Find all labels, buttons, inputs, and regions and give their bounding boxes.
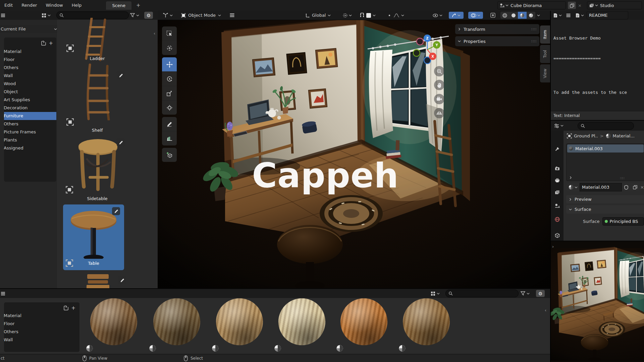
- navigation-gizmo[interactable]: Z Y X: [412, 34, 443, 65]
- tab-render-properties[interactable]: [553, 164, 561, 172]
- catalog-item-plants[interactable]: Plants: [4, 136, 56, 144]
- asset-tile-sidetable[interactable]: Sidetable: [64, 136, 131, 203]
- region-collapse-arrow[interactable]: ‹: [545, 308, 546, 313]
- editor-type-dropdown[interactable]: [163, 11, 173, 20]
- shading-solid-button[interactable]: [509, 12, 518, 19]
- catalog-item-assigned[interactable]: Assigned: [4, 144, 56, 152]
- panel-transform[interactable]: Transform ∷∷: [455, 24, 539, 34]
- tool-move[interactable]: [162, 57, 177, 72]
- camera-view-button[interactable]: [434, 94, 444, 104]
- asset-source-dropdown[interactable]: Current File: [0, 25, 57, 33]
- tool-measure[interactable]: [162, 131, 177, 145]
- panel-properties[interactable]: Properties ∷∷: [455, 36, 539, 46]
- mode-dropdown[interactable]: Object Mode: [181, 11, 221, 20]
- show-overlays-dropdown[interactable]: [468, 12, 483, 19]
- edit-asset-button[interactable]: [117, 138, 125, 146]
- show-gizmo-dropdown[interactable]: [449, 12, 464, 19]
- asset-tile-wood5[interactable]: Wood 5: [333, 296, 395, 355]
- filter-dropdown[interactable]: [130, 13, 139, 18]
- expand-icon[interactable]: [570, 176, 572, 179]
- tool-annotate[interactable]: [162, 117, 177, 131]
- tab-item[interactable]: Item: [540, 25, 550, 44]
- edit-asset-button[interactable]: [117, 71, 125, 79]
- shading-wireframe-button[interactable]: [500, 12, 509, 19]
- gizmo-z-axis[interactable]: Z: [424, 35, 431, 42]
- catalog-item-decoration[interactable]: Decoration: [4, 104, 56, 112]
- properties-search-input[interactable]: [578, 122, 634, 130]
- tab-scene[interactable]: Scene: [106, 1, 131, 10]
- catalog-item-art-supplies[interactable]: Art Supplies: [4, 96, 56, 104]
- tab-object-properties[interactable]: [553, 231, 561, 239]
- falloff-curve-icon[interactable]: [393, 13, 399, 17]
- tab-world-properties[interactable]: [553, 215, 561, 223]
- surface-panel-header[interactable]: Surface: [566, 205, 644, 214]
- material-name-field[interactable]: Material.003: [580, 183, 622, 191]
- tool-rotate[interactable]: [162, 72, 177, 86]
- catalog-item-furniture[interactable]: Furniture: [4, 112, 56, 120]
- new-catalog-icon[interactable]: [63, 305, 69, 311]
- catalog-item-picture-frames[interactable]: Picture Frames: [4, 128, 56, 136]
- chevron-down-icon[interactable]: [537, 14, 540, 16]
- viewport-3d-secondary[interactable]: ›: [551, 241, 644, 362]
- tab-view[interactable]: View: [540, 64, 550, 82]
- material-slot-selected[interactable]: Material.003: [567, 144, 644, 153]
- zoom-view-button[interactable]: [434, 66, 444, 76]
- tool-add-cube[interactable]: [162, 148, 177, 162]
- text-name-field[interactable]: README: [587, 11, 628, 19]
- filter-dropdown[interactable]: [521, 291, 530, 296]
- asset-tile-chair-cut[interactable]: [64, 273, 131, 288]
- snap-target-icon[interactable]: [366, 13, 371, 18]
- menu-window[interactable]: Window: [41, 0, 67, 11]
- tool-scale[interactable]: [162, 86, 177, 101]
- scene-selector[interactable]: Cube Diorama: [497, 1, 566, 9]
- fake-user-button[interactable]: [622, 183, 631, 191]
- menu-edit[interactable]: Edit: [0, 0, 17, 11]
- asset-tile-table-selected[interactable]: Table: [63, 204, 124, 270]
- editor-type-dropdown[interactable]: [553, 13, 562, 18]
- editor-type-dropdown[interactable]: [554, 123, 564, 128]
- view-layer-selector[interactable]: Studio: [587, 1, 642, 9]
- catalog-item-material[interactable]: Material: [4, 48, 56, 56]
- asset-tile-wood1[interactable]: Wood 1: [83, 296, 145, 355]
- shading-rendered-button[interactable]: [527, 12, 535, 19]
- catalog-item-wall[interactable]: Wall: [4, 336, 79, 344]
- catalog-item-others[interactable]: Others: [4, 64, 56, 72]
- tab-tool-properties[interactable]: [553, 145, 561, 153]
- filter-settings-button[interactable]: ⚙: [144, 12, 153, 19]
- catalog-item-others[interactable]: Others: [4, 328, 79, 336]
- breadcrumb-object[interactable]: Ground Pl..: [574, 133, 598, 138]
- unlink-material-button[interactable]: ×: [640, 185, 644, 190]
- tab-viewlayer-properties[interactable]: [553, 188, 561, 196]
- display-mode-dropdown[interactable]: [42, 13, 51, 18]
- catalog-item-wall[interactable]: Wall: [4, 72, 56, 80]
- text-datablock-dropdown[interactable]: [576, 13, 584, 18]
- tab-tool[interactable]: Tool: [540, 45, 550, 63]
- xray-toggle-icon[interactable]: [490, 13, 495, 18]
- viewport-3d[interactable]: Object Mode Global: [158, 11, 550, 288]
- region-expand-arrow[interactable]: ›: [552, 244, 554, 249]
- catalog-item-floor[interactable]: Floor: [4, 320, 79, 328]
- tool-transform[interactable]: [162, 101, 177, 115]
- text-content[interactable]: Asset Browser Demo ================== To…: [551, 20, 644, 112]
- new-catalog-icon[interactable]: [41, 41, 47, 46]
- catalog-item-others-2[interactable]: Others: [4, 120, 56, 128]
- region-collapse-arrow[interactable]: ‹: [154, 31, 155, 36]
- add-catalog-button[interactable]: +: [49, 40, 53, 46]
- pivot-point-dropdown[interactable]: [343, 11, 352, 20]
- list-grip[interactable]: ∷∷: [620, 176, 624, 180]
- catalog-item-wood[interactable]: Wood: [4, 80, 56, 88]
- gizmo-y-axis[interactable]: Y: [433, 41, 440, 49]
- asset-tile-wood6[interactable]: Wood 6: [395, 296, 458, 355]
- material-browse-dropdown[interactable]: [566, 183, 580, 191]
- panel-grip[interactable]: ∷∷: [531, 27, 537, 32]
- asset-tile-shelf[interactable]: Shelf: [64, 62, 131, 134]
- snap-toggle-icon[interactable]: [360, 13, 365, 18]
- catalog-item-object[interactable]: Object: [4, 88, 56, 96]
- filter-settings-button[interactable]: ⚙: [536, 290, 545, 297]
- catalog-item-floor[interactable]: Floor: [4, 56, 56, 64]
- asset-tile-wood4[interactable]: Wood 4: [271, 296, 333, 355]
- duplicate-material-button[interactable]: [631, 183, 639, 191]
- tab-scene-properties[interactable]: [553, 202, 561, 210]
- shading-material-button[interactable]: [518, 12, 527, 19]
- asset-tile-ladder[interactable]: Ladder: [64, 11, 131, 65]
